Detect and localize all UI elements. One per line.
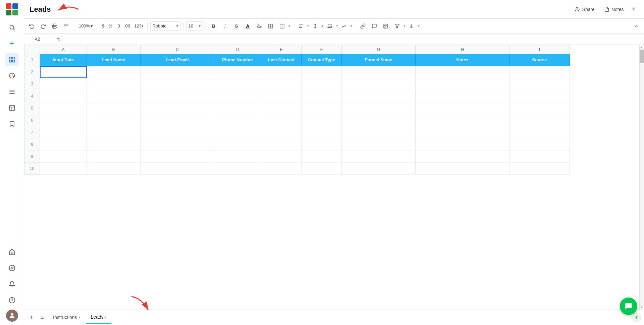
cell-H4[interactable]	[416, 90, 509, 102]
cell-D1[interactable]: Phone Number	[214, 54, 261, 66]
format-123-button[interactable]: 123 ▾	[133, 21, 145, 31]
align-left-button[interactable]	[296, 21, 306, 31]
scroll-track[interactable]	[640, 50, 644, 305]
cell-A6[interactable]	[40, 114, 87, 126]
fill-color-button[interactable]	[254, 21, 264, 31]
cell-C6[interactable]	[141, 114, 214, 126]
cell-G4[interactable]	[342, 90, 416, 102]
sheet-list-button[interactable]: ≡	[38, 313, 47, 322]
borders-button[interactable]	[266, 21, 276, 31]
cell-G3[interactable]	[342, 78, 416, 90]
strikethrough-button[interactable]: S	[231, 21, 241, 31]
cell-H6[interactable]	[416, 114, 509, 126]
cell-C9[interactable]	[141, 150, 214, 162]
cell-E1[interactable]: Last Contact	[261, 54, 302, 66]
text-rotate-button[interactable]	[339, 21, 349, 31]
cell-B6[interactable]	[87, 114, 141, 126]
cell-A1[interactable]: Input Date	[40, 54, 87, 66]
col-header-D[interactable]: D	[214, 45, 261, 54]
cell-F4[interactable]	[302, 90, 342, 102]
cell-H2[interactable]	[416, 66, 509, 78]
cell-E3[interactable]	[261, 78, 302, 90]
cell-C4[interactable]	[141, 90, 214, 102]
home-icon[interactable]	[5, 245, 19, 259]
text-wrap-button[interactable]	[325, 21, 335, 31]
cell-A7[interactable]	[40, 126, 87, 138]
cell-C7[interactable]	[141, 126, 214, 138]
cell-I7[interactable]	[509, 126, 570, 138]
list-icon[interactable]	[5, 85, 19, 99]
font-selector[interactable]: Roboto ▾	[150, 21, 180, 31]
cell-G2[interactable]	[342, 66, 416, 78]
vertical-scrollbar[interactable]: ▲ ▼	[639, 45, 644, 310]
notes-button[interactable]: Notes	[599, 5, 629, 14]
add-button[interactable]: +	[5, 37, 19, 50]
cell-G1[interactable]: Funnel Stage	[342, 54, 416, 66]
print-button[interactable]	[50, 21, 60, 31]
collapse-toolbar-button[interactable]	[631, 21, 641, 31]
cell-E8[interactable]	[261, 138, 302, 150]
cell-H5[interactable]	[416, 102, 509, 114]
cell-A8[interactable]	[40, 138, 87, 150]
cell-E4[interactable]	[261, 90, 302, 102]
cell-A4[interactable]	[40, 90, 87, 102]
underline-button[interactable]: A	[243, 21, 253, 31]
filter-button[interactable]	[392, 21, 402, 31]
cell-I4[interactable]	[509, 90, 570, 102]
cell-G9[interactable]	[342, 150, 416, 162]
add-sheet-button[interactable]: +	[27, 313, 36, 322]
function-button[interactable]	[407, 21, 417, 31]
italic-button[interactable]: I	[220, 21, 230, 31]
cell-G6[interactable]	[342, 114, 416, 126]
avatar[interactable]	[6, 310, 18, 322]
cell-I8[interactable]	[509, 138, 570, 150]
cell-B4[interactable]	[87, 90, 141, 102]
cell-F2[interactable]	[302, 66, 342, 78]
cell-D9[interactable]	[214, 150, 261, 162]
share-button[interactable]: Share	[570, 5, 599, 14]
cell-E10[interactable]	[261, 162, 302, 175]
cell-F3[interactable]	[302, 78, 342, 90]
spreadsheet[interactable]: A B C D E F G H I 1 Input Dat	[24, 45, 639, 310]
cell-B3[interactable]	[87, 78, 141, 90]
col-header-G[interactable]: G	[342, 45, 416, 54]
cell-A9[interactable]	[40, 150, 87, 162]
cell-D8[interactable]	[214, 138, 261, 150]
cell-C2[interactable]	[141, 66, 214, 78]
cell-B7[interactable]	[87, 126, 141, 138]
col-header-A[interactable]: A	[40, 45, 87, 54]
reports-icon[interactable]	[5, 101, 19, 115]
bookmark-icon[interactable]	[5, 117, 19, 131]
cell-E6[interactable]	[261, 114, 302, 126]
cell-F6[interactable]	[302, 114, 342, 126]
zoom-selector[interactable]: 100% ▾	[77, 23, 95, 29]
help-icon[interactable]	[5, 294, 19, 307]
cell-H8[interactable]	[416, 138, 509, 150]
col-header-H[interactable]: H	[416, 45, 509, 54]
cell-I2[interactable]	[509, 66, 570, 78]
valign-button[interactable]	[310, 21, 320, 31]
cell-H10[interactable]	[416, 162, 509, 175]
cell-D2[interactable]	[214, 66, 261, 78]
cell-H1[interactable]: Notes	[416, 54, 509, 66]
cell-E9[interactable]	[261, 150, 302, 162]
cell-D7[interactable]	[214, 126, 261, 138]
cell-I9[interactable]	[509, 150, 570, 162]
merge-cells-button[interactable]	[277, 21, 287, 31]
cell-A5[interactable]	[40, 102, 87, 114]
bold-button[interactable]: B	[209, 21, 219, 31]
cell-I6[interactable]	[509, 114, 570, 126]
cell-G10[interactable]	[342, 162, 416, 175]
cell-F8[interactable]	[302, 138, 342, 150]
cell-C3[interactable]	[141, 78, 214, 90]
cell-address[interactable]: A2	[24, 34, 51, 45]
cell-I10[interactable]	[509, 162, 570, 175]
image-button[interactable]	[381, 21, 391, 31]
cell-D6[interactable]	[214, 114, 261, 126]
undo-button[interactable]	[27, 21, 37, 31]
col-header-E[interactable]: E	[261, 45, 302, 54]
cell-E7[interactable]	[261, 126, 302, 138]
tab-instructions[interactable]: Instructions ▾	[48, 311, 85, 324]
cell-B5[interactable]	[87, 102, 141, 114]
tab-leads[interactable]: Leads ▾	[86, 311, 111, 324]
